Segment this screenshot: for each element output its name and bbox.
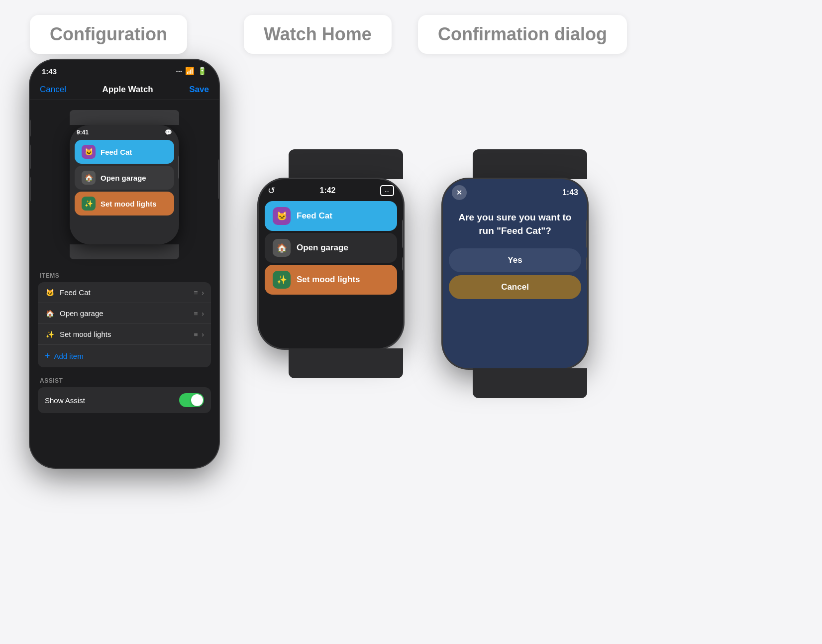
watch-home-container: ↺ 1:42 ··· 🐱 Feed Cat 🏠 Open garage ✨ Se… [259,149,403,378]
watch-home-device: ↺ 1:42 ··· 🐱 Feed Cat 🏠 Open garage ✨ Se… [259,179,403,348]
watch-open-garage-label: Open garage [297,243,348,253]
watch-preview-time-bar: 9:41 💬 [70,125,179,138]
nav-title: Apple Watch [102,85,153,95]
refresh-icon: ↺ [268,185,275,196]
watch-preview-crown [178,155,179,180]
confirm-band-bottom [473,368,587,398]
confirm-watch-crown [586,219,587,249]
phone-status-icons: ··· 📶 🔋 [176,67,207,76]
phone-nav-bar: Cancel Apple Watch Save [30,80,219,100]
cancel-button[interactable]: Cancel [40,85,66,95]
configuration-label: Configuration [30,15,187,54]
phone-power-btn [218,159,219,199]
list-item[interactable]: 🏠 Open garage ≡ › [38,303,211,324]
confirm-message: Are you sure you want to run "Feed Cat"? [443,203,587,245]
phone-vol-down-btn [30,177,31,202]
confirm-time: 1:43 [562,188,578,197]
battery-icon: 🔋 [198,67,207,76]
confirmation-dialog-label: Confirmation dialog [418,15,627,54]
dots-icon: ··· [176,67,182,76]
add-item-label: Add item [54,352,84,360]
save-button[interactable]: Save [189,85,209,95]
phone-device: 1:43 ··· 📶 🔋 Cancel Apple Watch Save [30,60,219,468]
watch-home-status-left: ↺ [268,185,275,196]
watch-mood-icon: ✨ [273,271,291,289]
watch-home-msg-icon: ··· [380,185,394,196]
chevron-right-icon: › [202,330,204,338]
speech-bubble-icon: ··· [380,185,394,196]
watch-home-band-top [289,149,403,179]
wifi-icon: 📶 [185,67,195,76]
reorder-icon: ≡ [194,310,198,318]
open-garage-label: Open garage [60,309,189,318]
watch-preview-wrapper: 9:41 💬 🐱 Feed Cat 🏠 Open garage ✨ Se [70,110,179,259]
phone-vol-up-btn [30,144,31,169]
garage-icon: 🏠 [82,171,96,185]
phone-time: 1:43 [42,67,57,76]
assist-section: ASSIST Show Assist [30,367,219,413]
watch-home-side-btn [402,256,403,271]
watch-cat-icon: 🐱 [273,207,291,225]
watch-garage-icon: 🏠 [273,239,291,257]
watch-feed-cat-label: Feed Cat [297,211,332,221]
confirm-watch-side-btn [586,256,587,271]
watch-open-garage-btn[interactable]: 🏠 Open garage [265,233,397,263]
watch-feed-cat-btn[interactable]: 🐱 Feed Cat [265,201,397,231]
chevron-right-icon: › [202,310,204,318]
phone-container: 1:43 ··· 📶 🔋 Cancel Apple Watch Save [30,60,219,468]
items-list: 🐱 Feed Cat ≡ › 🏠 Open garage ≡ › [38,282,211,367]
set-mood-label: Set mood lights [60,330,189,338]
cat-icon: 🐱 [82,145,96,159]
watch-band-bottom [70,244,179,259]
watch-preview-msg-icon: 💬 [165,129,172,136]
close-button[interactable]: ✕ [452,185,467,200]
watch-home-crown [402,219,403,249]
confirm-container: ✕ 1:43 Are you sure you want to run "Fee… [443,149,587,398]
assist-section-label: ASSIST [38,377,211,384]
item-controls-garage: ≡ › [194,310,204,318]
confirm-watch-device: ✕ 1:43 Are you sure you want to run "Fee… [443,179,587,368]
mood-item-icon: ✨ [45,330,55,338]
phone-watch-preview: 9:41 💬 🐱 Feed Cat 🏠 Open garage ✨ Se [30,100,219,264]
list-item[interactable]: ✨ Set mood lights ≡ › [38,324,211,345]
watch-preview-set-mood-btn: ✨ Set mood lights [75,192,174,215]
show-assist-toggle[interactable] [179,393,204,407]
confirm-yes-button[interactable]: Yes [449,248,581,272]
reorder-icon: ≡ [194,289,198,297]
confirm-cancel-button[interactable]: Cancel [449,275,581,299]
watch-set-mood-label: Set mood lights [297,275,360,285]
assist-row: Show Assist [38,387,211,413]
watch-preview-feed-cat-btn: 🐱 Feed Cat [75,140,174,164]
chevron-right-icon: › [202,289,204,297]
feed-cat-label: Feed Cat [60,288,189,297]
watch-home-wrapper: ↺ 1:42 ··· 🐱 Feed Cat 🏠 Open garage ✨ Se… [259,149,403,378]
watch-set-mood-btn[interactable]: ✨ Set mood lights [265,265,397,295]
phone-status-bar: 1:43 ··· 📶 🔋 [30,60,219,80]
phone-mute-btn [30,119,31,137]
watch-preview-time: 9:41 [77,129,89,136]
show-assist-label: Show Assist [45,396,85,405]
mood-icon: ✨ [82,197,96,211]
garage-item-icon: 🏠 [45,310,55,318]
confirm-status-bar: ✕ 1:43 [443,179,587,203]
add-item-button[interactable]: + Add item [38,345,211,367]
watch-band-top [70,110,179,125]
reorder-icon: ≡ [194,330,198,338]
items-section: ITEMS 🐱 Feed Cat ≡ › 🏠 Open garage ≡ › [30,264,219,367]
items-section-label: ITEMS [38,272,211,279]
watch-home-status-bar: ↺ 1:42 ··· [259,179,403,199]
cat-item-icon: 🐱 [45,289,55,297]
confirm-wrapper: ✕ 1:43 Are you sure you want to run "Fee… [443,149,587,398]
watch-home-band-bottom [289,348,403,378]
watch-preview-face: 9:41 💬 🐱 Feed Cat 🏠 Open garage ✨ Se [70,125,179,244]
watch-home-label: Watch Home [244,15,392,54]
item-controls-mood: ≡ › [194,330,204,338]
watch-preview-open-garage-btn: 🏠 Open garage [75,166,174,190]
confirm-band-top [473,149,587,179]
plus-icon: + [45,351,50,361]
item-controls-feed-cat: ≡ › [194,289,204,297]
watch-home-time: 1:42 [319,186,335,195]
list-item[interactable]: 🐱 Feed Cat ≡ › [38,282,211,303]
